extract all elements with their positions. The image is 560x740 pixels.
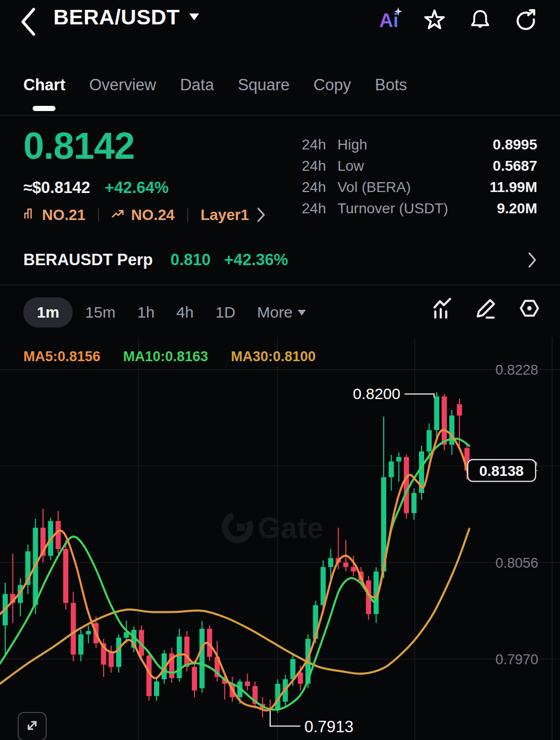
usd-equivalent: ≈$0.8142 bbox=[23, 179, 90, 197]
tab-underline bbox=[111, 106, 134, 111]
last-price: 0.8142 bbox=[23, 125, 134, 167]
y-axis-labels: 0.82280.81420.80560.7970 bbox=[495, 362, 538, 667]
tab-label: Overview bbox=[89, 74, 156, 97]
tab-label: Bots bbox=[375, 74, 407, 97]
tab-label: Chart bbox=[23, 74, 65, 97]
tab-overview[interactable]: Overview bbox=[89, 74, 156, 111]
tab-underline bbox=[186, 106, 208, 111]
high-price-label: 0.8200 bbox=[353, 385, 400, 402]
pencil-icon bbox=[475, 297, 497, 321]
svg-text:0.8228: 0.8228 bbox=[495, 362, 538, 378]
stat-prefix: 24h bbox=[302, 136, 326, 153]
svg-text:0.8056: 0.8056 bbox=[495, 555, 538, 571]
tab-underline bbox=[380, 106, 402, 111]
alerts-button[interactable] bbox=[469, 6, 492, 35]
ma10-legend: MA10:0.8163 bbox=[123, 349, 208, 365]
tab-data[interactable]: Data bbox=[180, 74, 214, 111]
gate-watermark: Gate bbox=[221, 511, 324, 544]
gainers-rank-badge[interactable]: NO.24 bbox=[111, 207, 175, 224]
stat-row-vol-bera-: 24hVol (BERA)11.99M bbox=[302, 176, 537, 198]
perp-name: BERAUSDT Perp bbox=[23, 251, 153, 269]
timeframe-more[interactable]: More bbox=[257, 304, 306, 321]
timeframe-bar: 1m15m1h4h1DMore bbox=[23, 289, 306, 336]
back-button[interactable] bbox=[19, 6, 41, 39]
volume-rank-badge[interactable]: NO.21 bbox=[23, 207, 86, 224]
price-subline: ≈$0.8142 +42.64% bbox=[23, 179, 169, 197]
star-icon bbox=[423, 8, 446, 33]
tab-bots[interactable]: Bots bbox=[375, 74, 407, 111]
divider bbox=[187, 208, 188, 222]
candlestick-chart[interactable]: Gate0.82280.81420.80560.79700.82000.7913… bbox=[0, 337, 560, 740]
tab-chart[interactable]: Chart bbox=[23, 74, 65, 111]
refresh-button[interactable] bbox=[514, 6, 537, 35]
change-24h: +42.64% bbox=[105, 179, 169, 197]
gainers-rank-label: NO.24 bbox=[131, 207, 175, 224]
chevron-right-icon bbox=[256, 207, 265, 223]
tab-underline bbox=[33, 106, 55, 111]
stat-name: Low bbox=[338, 158, 364, 174]
svg-text:0.8138: 0.8138 bbox=[479, 463, 524, 479]
timeframe-1d[interactable]: 1D bbox=[215, 297, 235, 327]
category-tag[interactable]: Layer1 bbox=[201, 207, 249, 224]
stat-value: 0.8995 bbox=[493, 136, 537, 153]
indicators-button[interactable] bbox=[430, 295, 454, 324]
bar-chart-icon bbox=[23, 207, 36, 224]
ma30-line bbox=[0, 529, 469, 683]
svg-text:0.7970: 0.7970 bbox=[495, 652, 538, 667]
more-label: More bbox=[257, 304, 292, 321]
tab-underline bbox=[321, 106, 344, 111]
topbar-actions: Ai bbox=[377, 6, 560, 35]
tab-label: Data bbox=[180, 74, 214, 97]
divider bbox=[98, 208, 99, 222]
stat-value: 0.5687 bbox=[493, 158, 537, 174]
page-title: BERA/USDT bbox=[53, 5, 180, 30]
timeframe-1h[interactable]: 1h bbox=[137, 297, 155, 327]
draw-button[interactable] bbox=[474, 295, 498, 324]
tab-square[interactable]: Square bbox=[238, 74, 290, 111]
divider bbox=[0, 115, 560, 116]
stat-prefix: 24h bbox=[302, 200, 326, 217]
stat-row-high: 24hHigh0.8995 bbox=[302, 134, 537, 155]
chart-canvas[interactable]: Gate0.82280.81420.80560.79700.82000.7913… bbox=[0, 337, 560, 740]
perp-price: 0.810 bbox=[171, 251, 211, 269]
ma30-legend: MA30:0.8100 bbox=[231, 349, 316, 365]
sparkle-icon bbox=[394, 7, 402, 18]
stat-name: Turnover (USDT) bbox=[338, 200, 449, 217]
stat-row-low: 24hLow0.5687 bbox=[302, 155, 537, 176]
svg-text:Gate: Gate bbox=[258, 511, 324, 544]
last-price-badge[interactable]: 0.8138 bbox=[468, 460, 536, 482]
ma-legend: MA5:0.8156MA10:0.8163MA30:0.8100 bbox=[23, 349, 316, 365]
nav-tabs: ChartOverviewDataSquareCopyBots bbox=[23, 74, 407, 111]
chart-settings-button[interactable] bbox=[517, 295, 541, 324]
chart-tools bbox=[411, 295, 541, 324]
tab-label: Copy bbox=[314, 74, 351, 97]
stat-row-turnover-usdt-: 24hTurnover (USDT)9.20M bbox=[302, 198, 537, 219]
top-bar: BERA/USDT Ai bbox=[0, 0, 560, 48]
perp-contract-row[interactable]: BERAUSDT Perp 0.810 +42.36% bbox=[0, 236, 560, 284]
caret-down-icon bbox=[189, 13, 199, 22]
rank-row: NO.21 NO.24 Layer1 bbox=[23, 203, 265, 226]
stat-value: 11.99M bbox=[489, 179, 537, 196]
pair-selector[interactable]: BERA/USDT bbox=[53, 5, 199, 30]
tab-copy[interactable]: Copy bbox=[314, 74, 351, 111]
ai-assistant-button[interactable]: Ai bbox=[377, 6, 400, 35]
stats-panel: 24hHigh0.899524hLow0.568724hVol (BERA)11… bbox=[302, 134, 537, 219]
stat-prefix: 24h bbox=[302, 158, 326, 174]
caret-down-icon bbox=[298, 310, 306, 316]
trend-up-icon bbox=[111, 207, 125, 224]
perp-change: +42.36% bbox=[224, 251, 288, 269]
tab-label: Square bbox=[238, 74, 290, 97]
divider bbox=[0, 284, 560, 285]
bell-icon bbox=[469, 8, 492, 34]
back-chevron-icon bbox=[19, 7, 37, 39]
timeframe-4h[interactable]: 4h bbox=[176, 297, 193, 327]
fullscreen-button[interactable] bbox=[18, 712, 47, 740]
tab-underline bbox=[253, 106, 275, 111]
refresh-icon bbox=[514, 8, 538, 34]
timeframe-1m[interactable]: 1m bbox=[23, 297, 73, 327]
timeframe-15m[interactable]: 15m bbox=[85, 297, 115, 327]
stat-name: High bbox=[338, 136, 368, 153]
low-price-label: 0.7913 bbox=[304, 718, 354, 736]
favorite-button[interactable] bbox=[423, 6, 446, 35]
stat-name: Vol (BERA) bbox=[338, 179, 411, 196]
